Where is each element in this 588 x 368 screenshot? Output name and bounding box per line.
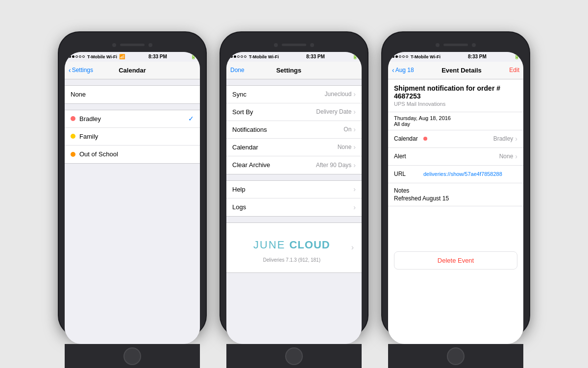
speaker-2 bbox=[282, 44, 306, 46]
alert-label: Alert bbox=[394, 153, 423, 160]
bradley-row[interactable]: Bradley ✓ bbox=[65, 110, 200, 128]
battery-2: 🔋 bbox=[352, 54, 358, 59]
phone-2: T-Mobile Wi-Fi 8:33 PM 🔋 Done Settings bbox=[220, 32, 368, 336]
none-section: None bbox=[65, 85, 200, 104]
notif-chevron: › bbox=[353, 125, 356, 133]
time-2: 8:33 PM bbox=[306, 54, 325, 59]
back-button-1[interactable]: ‹ Settings bbox=[69, 66, 93, 74]
status-bar-2: T-Mobile Wi-Fi 8:33 PM 🔋 bbox=[226, 52, 362, 62]
sortby-chevron: › bbox=[353, 108, 356, 116]
page-title-2: Settings bbox=[276, 67, 301, 74]
sortby-row[interactable]: Sort By Delivery Date › bbox=[226, 103, 362, 121]
carrier-1: T-Mobile Wi-Fi bbox=[87, 54, 117, 59]
outofschool-dot bbox=[71, 152, 75, 157]
help-chevron: › bbox=[353, 185, 356, 193]
cal-chevron: › bbox=[353, 143, 356, 151]
notes-detail-row: Notes Refreshed August 15 bbox=[388, 183, 523, 206]
junecloud-logo[interactable]: JUNECLOUD bbox=[247, 229, 336, 257]
page-title-1: Calendar bbox=[119, 67, 146, 74]
support-section: Help › Logs › bbox=[226, 180, 362, 217]
sensor-3 bbox=[472, 43, 476, 47]
event-date: Thursday, Aug 18, 2016 bbox=[394, 115, 517, 121]
url-label: URL bbox=[394, 171, 423, 177]
back-aug18[interactable]: ‹ Aug 18 bbox=[392, 66, 414, 74]
status-bar-3: T-Mobile Wi-Fi 8:33 PM 🔋 bbox=[388, 52, 523, 62]
bradley-dot bbox=[71, 116, 75, 121]
edit-button[interactable]: Edit bbox=[509, 67, 519, 74]
check-mark: ✓ bbox=[188, 115, 194, 123]
notes-value: Refreshed August 15 bbox=[394, 195, 449, 202]
notifications-row[interactable]: Notifications On › bbox=[226, 121, 362, 139]
done-button[interactable]: Done bbox=[230, 67, 245, 74]
calendar-value: Bradley bbox=[429, 135, 513, 142]
calendar-detail-row[interactable]: Calendar Bradley › bbox=[388, 130, 523, 148]
battery-1: 🔋 bbox=[191, 54, 196, 59]
sync-chevron: › bbox=[353, 90, 356, 98]
archive-chevron: › bbox=[353, 161, 356, 169]
home-button-2[interactable] bbox=[285, 347, 303, 365]
front-camera-3 bbox=[436, 43, 440, 47]
speaker bbox=[120, 44, 145, 46]
page-title-3: Event Details bbox=[441, 67, 482, 74]
cleararchive-row[interactable]: Clear Archive After 90 Days › bbox=[226, 156, 362, 174]
event-allday: All day bbox=[394, 121, 517, 127]
event-title-block: Shipment notification for order # 468725… bbox=[388, 79, 523, 112]
phone-1: T-Mobile Wi-Fi 📶 8:33 PM 🔋 ‹ Settings Ca… bbox=[59, 32, 206, 336]
status-bar-1: T-Mobile Wi-Fi 📶 8:33 PM 🔋 bbox=[65, 52, 200, 62]
nav-bar-2: Done Settings bbox=[226, 62, 362, 79]
speaker-3 bbox=[443, 44, 468, 46]
help-row[interactable]: Help › bbox=[226, 181, 362, 198]
branding-section: JUNECLOUD Deliveries 7.1.3 (912, 181) › bbox=[226, 222, 362, 273]
family-dot bbox=[71, 134, 75, 139]
alert-detail-row[interactable]: Alert None › bbox=[388, 148, 523, 166]
sync-row[interactable]: Sync Junecloud › bbox=[226, 86, 362, 103]
delete-event-button[interactable]: Delete Event bbox=[394, 251, 517, 270]
home-button-3[interactable] bbox=[447, 347, 465, 365]
outofschool-row[interactable]: Out of School bbox=[65, 146, 200, 163]
url-detail-row[interactable]: URL deliveries://show/57ae4f7858288 bbox=[388, 166, 523, 183]
home-button-1[interactable] bbox=[123, 347, 141, 365]
phone-3: T-Mobile Wi-Fi 8:33 PM 🔋 ‹ Aug 18 Event … bbox=[382, 32, 529, 336]
calendar-color-dot bbox=[423, 137, 427, 141]
alert-value: None bbox=[423, 153, 513, 160]
calendar-label: Calendar bbox=[394, 135, 423, 142]
nav-bar-3: ‹ Aug 18 Event Details Edit bbox=[388, 62, 523, 79]
main-settings-section: Sync Junecloud › Sort By Delivery Date ›… bbox=[226, 85, 362, 174]
sensor bbox=[148, 43, 152, 47]
junecloud-version: Deliveries 7.1.3 (912, 181) bbox=[263, 257, 320, 267]
notes-label: Notes bbox=[394, 187, 423, 194]
battery-3: 🔋 bbox=[514, 54, 519, 59]
carrier-2: T-Mobile Wi-Fi bbox=[249, 54, 279, 59]
family-row[interactable]: Family bbox=[65, 128, 200, 146]
logs-row[interactable]: Logs › bbox=[226, 198, 362, 216]
calendar-chevron: › bbox=[515, 135, 517, 143]
nav-bar-1: ‹ Settings Calendar bbox=[65, 62, 200, 79]
front-camera-2 bbox=[274, 43, 278, 47]
carrier-3: T-Mobile Wi-Fi bbox=[411, 54, 441, 59]
junecloud-chevron[interactable]: › bbox=[351, 243, 354, 252]
time-3: 8:33 PM bbox=[468, 54, 487, 59]
calendar-setting-row[interactable]: Calendar None › bbox=[226, 139, 362, 156]
event-date-block: Thursday, Aug 18, 2016 All day bbox=[388, 112, 523, 130]
time-1: 8:33 PM bbox=[148, 54, 167, 59]
event-subtitle: UPS Mail Innovations bbox=[394, 101, 517, 107]
calendars-section: Bradley ✓ Family Out of School bbox=[65, 110, 200, 164]
none-row[interactable]: None bbox=[65, 86, 200, 103]
url-value[interactable]: deliveries://show/57ae4f7858288 bbox=[423, 171, 517, 177]
logs-chevron: › bbox=[353, 203, 356, 211]
sensor-2 bbox=[310, 43, 314, 47]
alert-chevron: › bbox=[515, 152, 517, 160]
event-title: Shipment notification for order # 468725… bbox=[394, 84, 517, 100]
front-camera bbox=[112, 43, 116, 47]
